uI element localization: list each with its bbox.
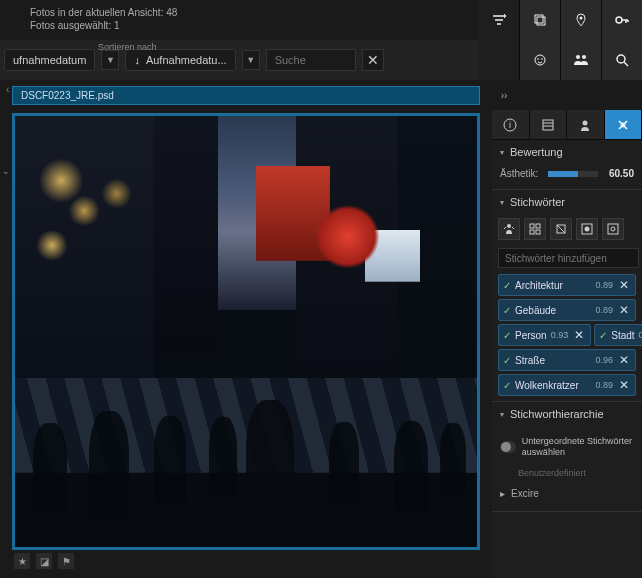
location-button[interactable]	[561, 0, 601, 40]
collapse-sidebar-icon[interactable]: ››	[492, 80, 516, 110]
keyword-tag[interactable]: ✓Architektur0.89✕	[498, 274, 636, 296]
sidebar: ›› i ▾ Bewertung Ästhetik:	[492, 80, 642, 578]
remove-keyword-button[interactable]: ✕	[572, 328, 586, 342]
flag-icon[interactable]: ⚑	[58, 553, 74, 569]
layers-button[interactable]	[520, 0, 560, 40]
kw-target-icon[interactable]	[602, 218, 624, 240]
photos-in-view: Fotos in der aktuellen Ansicht: 48	[30, 6, 449, 19]
keyword-score: 0.93	[551, 330, 569, 340]
keyword-tag[interactable]: ✓Wolkenkratzer0.89✕	[498, 374, 636, 396]
keyword-score: 0.89	[639, 330, 642, 340]
clear-search-button[interactable]: ✕	[362, 49, 384, 71]
back-arrow-icon[interactable]: ‹	[6, 84, 9, 95]
remove-keyword-button[interactable]: ✕	[617, 378, 631, 392]
svg-rect-19	[536, 224, 540, 228]
svg-point-15	[583, 120, 588, 125]
svg-point-8	[582, 55, 586, 59]
expand-down-icon[interactable]: ⌄	[0, 164, 12, 178]
search-button[interactable]	[602, 40, 642, 80]
tab-metadata[interactable]	[530, 110, 568, 139]
edit-filter-button[interactable]	[479, 0, 519, 40]
caret-down-icon: ▾	[500, 410, 504, 419]
rating-header[interactable]: ▾ Bewertung	[492, 140, 642, 164]
hierarchy-excire-row[interactable]: ▸ Excire	[500, 482, 634, 505]
keyword-name: Gebäude	[515, 305, 591, 316]
svg-point-6	[541, 58, 543, 60]
caret-right-icon: ▸	[500, 488, 505, 499]
caret-down-icon: ▾	[500, 148, 504, 157]
keyword-name: Person	[515, 330, 547, 341]
svg-point-7	[576, 55, 580, 59]
remove-keyword-button[interactable]: ✕	[617, 303, 631, 317]
search-input[interactable]	[266, 49, 356, 71]
kw-grid-icon[interactable]	[524, 218, 546, 240]
svg-point-26	[611, 227, 615, 231]
remove-keyword-button[interactable]: ✕	[617, 278, 631, 292]
top-tool-grid-2	[479, 40, 642, 80]
caret-down-icon: ▾	[500, 198, 504, 207]
photo-content	[15, 116, 477, 547]
filter-controls: Sortieren nach ufnahmedatum ▼ ↓ Aufnahme…	[0, 49, 479, 71]
image-footer: ★ ◪ ⚑	[12, 550, 480, 572]
svg-point-24	[585, 227, 590, 232]
image-preview[interactable]	[12, 113, 480, 550]
filename-bar: DSCF0223_JRE.psd	[12, 86, 480, 105]
tab-info[interactable]: i	[492, 110, 530, 139]
hierarchy-toggle-label: Untergeordnete Stichwörter auswählen	[522, 436, 634, 458]
aesthetic-bar[interactable]	[548, 171, 598, 177]
svg-point-17	[507, 224, 511, 228]
kw-record-icon[interactable]	[576, 218, 598, 240]
remove-keyword-button[interactable]: ✕	[617, 353, 631, 367]
keyword-tag[interactable]: ✓Stadt0.89✕	[594, 324, 642, 346]
aesthetic-value: 60.50	[604, 168, 634, 179]
svg-rect-1	[537, 17, 545, 25]
svg-point-9	[617, 55, 625, 63]
tab-ai[interactable]	[605, 110, 643, 139]
svg-point-2	[580, 17, 583, 20]
keyword-score: 0.89	[595, 305, 613, 315]
svg-point-3	[616, 17, 622, 23]
svg-text:i: i	[509, 120, 511, 130]
primary-sort-dropdown[interactable]: ufnahmedatum	[4, 49, 95, 71]
check-icon: ✓	[503, 380, 511, 391]
keyword-score: 0.96	[595, 355, 613, 365]
status-area: Fotos in der aktuellen Ansicht: 48 Fotos…	[0, 0, 479, 40]
check-icon: ✓	[503, 355, 511, 366]
top-tool-grid-1	[479, 0, 642, 40]
keyword-tag[interactable]: ✓Straße0.96✕	[498, 349, 636, 371]
hierarchy-custom-label: Benutzerdefiniert	[500, 462, 634, 482]
spacer	[479, 40, 519, 80]
aesthetic-label: Ästhetik:	[500, 168, 542, 179]
keyword-add-input[interactable]	[498, 248, 639, 268]
keyword-tag[interactable]: ✓Gebäude0.89✕	[498, 299, 636, 321]
hierarchy-header[interactable]: ▾ Stichworthierarchie	[492, 402, 642, 426]
key-button[interactable]	[602, 0, 642, 40]
primary-sort-arrow[interactable]: ▼	[101, 50, 119, 70]
sort-dropdown[interactable]: ↓ Aufnahmedatu...	[125, 49, 235, 71]
kw-person-icon[interactable]	[498, 218, 520, 240]
svg-rect-20	[530, 230, 534, 234]
svg-point-5	[537, 58, 539, 60]
check-icon: ✓	[503, 305, 511, 316]
keyword-score: 0.89	[595, 280, 613, 290]
sort-by-label: Sortieren nach	[98, 42, 157, 52]
sort-arrow[interactable]: ▼	[242, 50, 260, 70]
keyword-score: 0.89	[595, 380, 613, 390]
crop-icon[interactable]: ◪	[36, 553, 52, 569]
tab-person[interactable]	[567, 110, 605, 139]
check-icon: ✓	[503, 280, 511, 291]
photos-selected: Fotos ausgewählt: 1	[30, 19, 449, 32]
star-icon[interactable]: ★	[14, 553, 30, 569]
svg-rect-18	[530, 224, 534, 228]
kw-exclude-icon[interactable]	[550, 218, 572, 240]
keyword-name: Architektur	[515, 280, 591, 291]
keyword-name: Stadt	[611, 330, 634, 341]
keyword-tag[interactable]: ✓Person0.93✕	[498, 324, 591, 346]
people-button[interactable]	[561, 40, 601, 80]
hierarchy-toggle[interactable]	[500, 441, 516, 453]
keywords-header[interactable]: ▾ Stichwörter	[492, 190, 642, 214]
face-button[interactable]	[520, 40, 560, 80]
svg-rect-21	[536, 230, 540, 234]
keyword-name: Wolkenkratzer	[515, 380, 591, 391]
svg-rect-0	[535, 15, 543, 23]
